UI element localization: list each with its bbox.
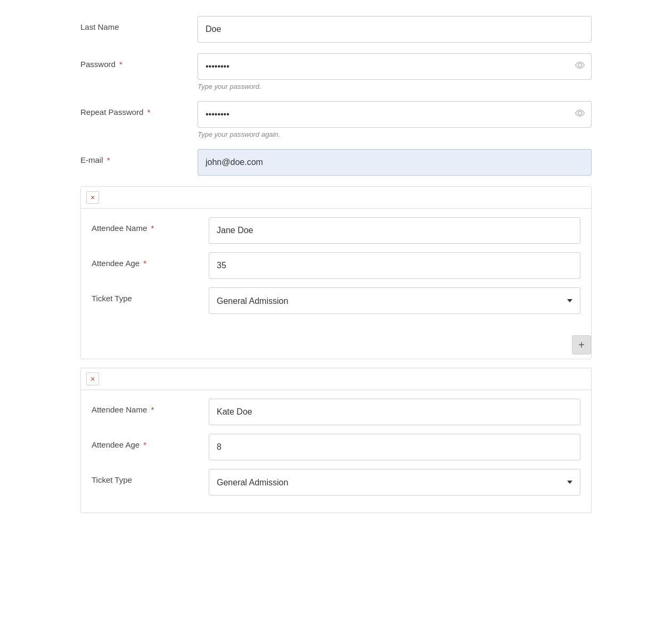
attendee-1-name-label: Attendee Name *: [92, 217, 209, 233]
password-label-text: Password: [80, 60, 116, 69]
form-container: Last Name Password * Type your password.: [80, 11, 592, 527]
attendee-2-age-field-wrap: [209, 434, 580, 460]
attendee-2-ticket-select[interactable]: General Admission VIP Student: [209, 469, 580, 496]
repeat-password-hint: Type your password again.: [198, 130, 592, 138]
attendee-2-name-field-wrap: [209, 399, 580, 425]
attendee-block-2: × Attendee Name * Attendee Age *: [80, 368, 592, 513]
svg-point-1: [578, 111, 582, 115]
password-row: Password * Type your password.: [80, 53, 592, 90]
password-required: *: [119, 60, 122, 69]
attendee-1-age-required: *: [143, 259, 146, 268]
attendee-2-name-label: Attendee Name *: [92, 399, 209, 414]
remove-attendee-1-button[interactable]: ×: [86, 191, 99, 204]
repeat-password-input[interactable]: [198, 101, 592, 128]
attendee-1-name-input[interactable]: [209, 217, 580, 244]
attendee-1-age-label-text: Attendee Age: [92, 259, 140, 268]
attendee-1-ticket-label-text: Ticket Type: [92, 294, 132, 303]
password-label: Password *: [80, 53, 198, 69]
attendee-2-name-label-text: Attendee Name: [92, 405, 147, 414]
password-input-wrap: [198, 53, 592, 80]
attendee-2-body: Attendee Name * Attendee Age *: [81, 390, 591, 513]
add-attendee-button[interactable]: +: [572, 335, 591, 354]
last-name-label-text: Last Name: [80, 22, 119, 31]
repeat-password-toggle-icon[interactable]: [575, 108, 585, 121]
attendee-2-name-row: Attendee Name *: [92, 399, 580, 425]
repeat-password-row: Repeat Password * Type your password aga…: [80, 101, 592, 138]
attendee-1-ticket-field-wrap: General Admission VIP Student: [209, 287, 580, 314]
attendee-2-ticket-field-wrap: General Admission VIP Student: [209, 469, 580, 496]
email-input[interactable]: [198, 149, 592, 176]
attendee-1-age-label: Attendee Age *: [92, 252, 209, 268]
repeat-password-required: *: [147, 108, 151, 117]
password-input[interactable]: [198, 53, 592, 80]
last-name-input[interactable]: [198, 16, 592, 43]
last-name-field-wrap: [198, 16, 592, 43]
email-row: E-mail *: [80, 149, 592, 176]
attendee-1-age-input[interactable]: [209, 252, 580, 279]
attendee-1-ticket-select[interactable]: General Admission VIP Student: [209, 287, 580, 314]
repeat-password-field-wrap: Type your password again.: [198, 101, 592, 138]
attendee-2-name-input[interactable]: [209, 399, 580, 425]
repeat-password-label: Repeat Password *: [80, 101, 198, 117]
attendee-1-name-label-text: Attendee Name: [92, 224, 147, 233]
email-field-wrap: [198, 149, 592, 176]
remove-attendee-2-button[interactable]: ×: [86, 373, 99, 385]
attendee-1-ticket-label: Ticket Type: [92, 287, 209, 303]
attendee-2-header: ×: [81, 368, 591, 390]
attendee-2-age-row: Attendee Age *: [92, 434, 580, 460]
attendee-2-ticket-label: Ticket Type: [92, 469, 209, 484]
attendee-2-name-required: *: [151, 405, 154, 414]
attendee-2-age-required: *: [143, 440, 146, 449]
attendee-2-age-input[interactable]: [209, 434, 580, 460]
password-field-wrap: Type your password.: [198, 53, 592, 90]
attendee-2-ticket-label-text: Ticket Type: [92, 475, 132, 484]
password-hint: Type your password.: [198, 82, 592, 90]
email-label: E-mail *: [80, 149, 198, 164]
attendee-2-age-label-text: Attendee Age: [92, 440, 140, 449]
attendee-block-1: × Attendee Name * Attendee Age *: [80, 186, 592, 359]
attendee-1-header: ×: [81, 187, 591, 209]
remove-attendee-2-icon: ×: [91, 375, 95, 383]
attendee-1-body: Attendee Name * Attendee Age *: [81, 209, 591, 331]
password-toggle-icon[interactable]: [575, 60, 585, 73]
attendee-1-name-row: Attendee Name *: [92, 217, 580, 244]
attendee-1-name-required: *: [151, 224, 154, 233]
attendee-2-ticket-row: Ticket Type General Admission VIP Studen…: [92, 469, 580, 496]
attendee-1-ticket-row: Ticket Type General Admission VIP Studen…: [92, 287, 580, 314]
attendee-2-age-label: Attendee Age *: [92, 434, 209, 449]
email-required: *: [107, 155, 110, 164]
attendee-1-name-field-wrap: [209, 217, 580, 244]
svg-point-0: [578, 63, 582, 67]
remove-attendee-1-icon: ×: [91, 193, 95, 202]
repeat-password-input-wrap: [198, 101, 592, 128]
add-attendee-icon: +: [578, 339, 585, 351]
last-name-row: Last Name: [80, 16, 592, 43]
attendee-1-age-field-wrap: [209, 252, 580, 279]
attendee-1-age-row: Attendee Age *: [92, 252, 580, 279]
last-name-label: Last Name: [80, 16, 198, 31]
add-attendee-wrap: +: [81, 331, 591, 359]
email-label-text: E-mail: [80, 155, 103, 164]
repeat-password-label-text: Repeat Password: [80, 108, 143, 117]
